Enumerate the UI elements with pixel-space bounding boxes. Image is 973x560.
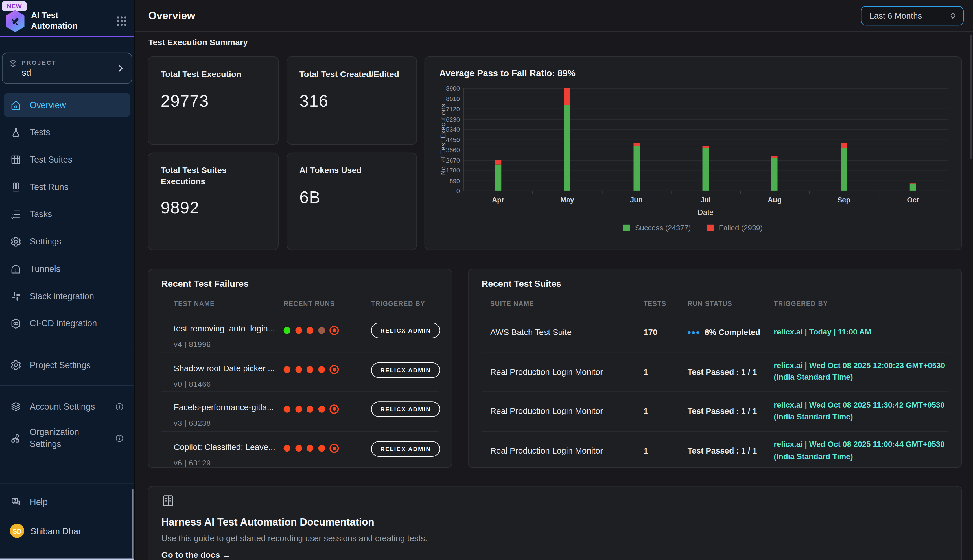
sidebar-item-label: Account Settings [30,402,95,411]
run-status-brown-icon[interactable] [318,327,325,333]
sidebar-item-help[interactable]: Help [4,490,130,514]
sidebar-item-overview[interactable]: Overview [4,93,130,117]
run-status-red-icon[interactable] [318,406,325,412]
sidebar-item-test-runs[interactable]: Test Runs [4,175,130,199]
slack-icon [10,290,22,302]
run-status-red-icon[interactable] [295,445,302,452]
sidebar-item-settings[interactable]: Settings [4,230,130,253]
project-selector[interactable]: PROJECT sd [2,53,132,84]
run-status-current-icon[interactable] [330,405,339,414]
failure-row[interactable]: Shadow root Date picker ...v0 | 81466REL… [148,352,452,392]
column-header-run-status: RUN STATUS [688,300,733,307]
failure-row[interactable]: Copilot: Classified: Leave...v6 | 63129R… [148,431,452,468]
sidebar-item-ci-cd-integration[interactable]: CI-CD integration [4,312,130,335]
test-name: test-removing_auto_login... [174,324,278,333]
run-status-current-icon[interactable] [330,444,339,453]
suite-row[interactable]: Real Production Login Monitor1Test Passe… [468,352,961,392]
legend-item-success-24377[interactable]: Success (24377) [623,223,691,232]
sidebar-bottom-strip [0,558,134,560]
failure-row[interactable]: Facets-performance-gitla...v3 | 63238REL… [148,392,452,431]
chart-x-tick-label: May [549,196,586,203]
chart-gridline [463,109,948,109]
chart-y-tick: 1780 [425,167,460,173]
chart-x-tick [878,190,879,194]
stat-card-label: AI Tokens Used [300,165,404,176]
sidebar-item-tests[interactable]: Tests [4,120,130,144]
sidebar-item-test-suites[interactable]: Test Suites [4,148,130,171]
apps-grid-icon[interactable] [115,15,128,27]
column-header-test-name: TEST NAME [174,300,215,307]
run-status-red-icon[interactable] [284,445,290,452]
sidebar-item-slack-integration[interactable]: Slack integration [4,284,130,308]
run-status-current-icon[interactable] [330,325,339,335]
chart-gridline [463,98,948,99]
go-to-docs-link[interactable]: Go to the docs → [162,550,231,560]
run-status-red-icon[interactable] [307,327,313,333]
run-status-current-icon[interactable] [330,365,339,374]
stat-card-label: Total Test Created/Edited [300,69,404,80]
chart-gridline [463,119,948,119]
main-scrollbar[interactable] [970,35,972,159]
avatar: SD [10,523,24,538]
chart-y-tick: 2670 [425,157,460,163]
sidebar-item-label: Organization Settings [30,427,99,450]
run-status-green-icon[interactable] [284,327,290,333]
bar-failed [910,183,916,184]
time-range-select[interactable]: Last 6 Months [861,6,964,25]
test-version: v3 | 63238 [174,419,211,428]
sidebar-item-account-settings[interactable]: Account Settings [4,395,130,418]
cicd-icon [10,317,22,329]
triggered-by-button[interactable]: RELICX ADMIN [371,362,440,378]
suite-row[interactable]: Real Production Login Monitor1Test Passe… [468,431,961,468]
run-status-red-icon[interactable] [307,445,313,452]
run-status-red-icon[interactable] [318,366,325,373]
user-profile[interactable]: SD Shibam Dhar [10,523,124,538]
stat-card-total-test-suites-executions: Total Test Suites Executions9892 [148,153,278,250]
bar-failed [771,155,778,158]
bar-success [771,158,778,190]
run-status-red-icon[interactable] [295,327,302,333]
run-status-red-icon[interactable] [307,366,313,373]
chart-y-tick: 0 [425,187,460,194]
documentation-title: Harness AI Test Automation Documentation [162,516,948,528]
sidebar-item-tasks[interactable]: Tasks [4,202,130,226]
bar-success [703,148,709,190]
run-status-red-icon[interactable] [284,366,290,373]
legend-item-failed-2939[interactable]: Failed (2939) [707,223,763,232]
nav-divider [0,385,134,386]
suites-rows: AWS Batch Test Suite1708% Completedrelic… [468,313,961,468]
sidebar-item-organization-settings[interactable]: Organization Settings [4,422,130,454]
run-status-red-icon[interactable] [295,366,302,373]
info-icon[interactable] [115,433,124,443]
stat-card-value: 316 [300,92,404,111]
row-separator [162,392,439,392]
sidebar-scrollbar[interactable] [132,489,133,558]
recent-runs [284,325,339,335]
app: NEW AI Test Automation [0,0,973,560]
run-status-red-icon[interactable] [295,406,302,412]
run-status-red-icon[interactable] [318,445,325,452]
chart-x-axis-label: Date [463,208,948,217]
triggered-by-button[interactable]: RELICX ADMIN [371,323,440,338]
failure-row[interactable]: test-removing_auto_login...v4 | 81996REL… [148,313,452,352]
chart-x-tick-label: Oct [894,196,931,203]
project-label: PROJECT [22,59,57,66]
suite-row[interactable]: AWS Batch Test Suite1708% Completedrelic… [468,313,961,352]
sidebar-item-tunnels[interactable]: Tunnels [4,257,130,280]
column-header-suite-name: SUITE NAME [490,300,534,307]
app-logo-icon [5,10,26,32]
run-status-red-icon[interactable] [307,406,313,412]
page-title: Overview [148,10,195,22]
chevron-updown-icon [949,12,957,20]
sidebar-item-project-settings[interactable]: Project Settings [4,353,130,377]
test-version: v0 | 81466 [174,379,211,388]
sidebar-footer: Help SD Shibam Dhar [0,483,134,538]
triggered-by-button[interactable]: RELICX ADMIN [371,402,440,417]
chart-x-tick-label: Jun [618,196,655,203]
triggered-by-button[interactable]: RELICX ADMIN [371,441,440,457]
info-icon[interactable] [115,402,124,411]
stat-card-total-test-created-edited: Total Test Created/Edited316 [287,57,417,145]
run-status-red-icon[interactable] [284,406,290,412]
suite-run-status: Test Passed : 1 / 1 [688,352,771,392]
suite-row[interactable]: Real Production Login Monitor1Test Passe… [468,392,961,431]
